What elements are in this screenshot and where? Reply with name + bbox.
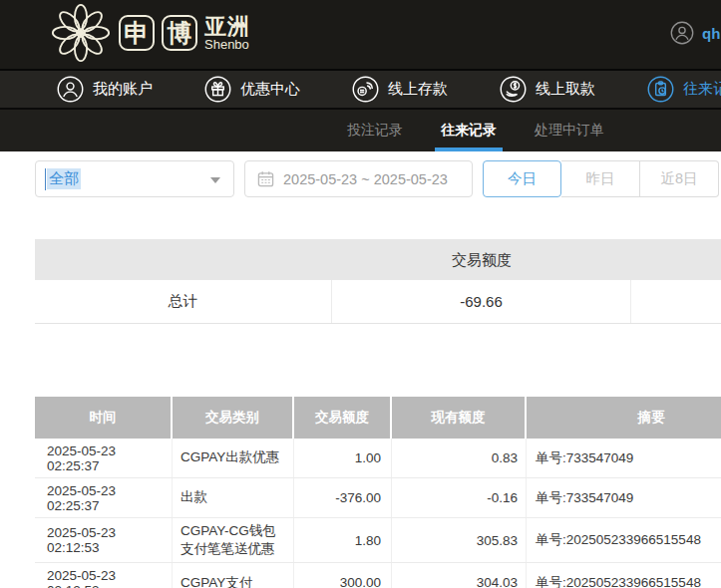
summary-col-header: 交易额度	[332, 239, 631, 280]
summary-table: 交易额度 总计 -69.66	[35, 239, 721, 324]
col-header-amount: 交易额度	[294, 397, 392, 439]
summary-header-row: 交易额度	[35, 239, 721, 280]
yesterday-button[interactable]: 昨日	[561, 160, 640, 197]
cell-type: CGPAY支付	[173, 563, 294, 588]
nav-item-online-deposit[interactable]: 线上存款	[352, 76, 448, 103]
date-range-input[interactable]: 2025-05-23 ~ 2025-05-23	[244, 160, 473, 197]
cell-type: CGPAY出款优惠	[173, 439, 294, 477]
table-row: 2025-05-23 02:12:53 CGPAY-CG钱包支付笔笔送优惠 1.…	[35, 518, 721, 563]
col-header-type: 交易类别	[173, 397, 294, 439]
nav-item-promotions[interactable]: 优惠中心	[204, 76, 300, 103]
username: qh	[702, 25, 720, 42]
quick-date-button-group: 今日 昨日 近8日	[483, 160, 719, 197]
transactions-table: 时间 交易类别 交易额度 现有额度 摘要 2025-05-23 02:25:37…	[35, 397, 721, 588]
text-cursor	[45, 168, 46, 190]
logo-subtitle: Shenbo	[204, 38, 250, 52]
last-8-days-button[interactable]: 近8日	[640, 160, 719, 197]
cell-time: 2025-05-23 02:25:37	[35, 478, 173, 517]
today-button[interactable]: 今日	[483, 160, 561, 197]
cell-amount: 1.80	[294, 518, 392, 562]
cell-type: CGPAY-CG钱包支付笔笔送优惠	[173, 518, 294, 562]
nav-item-my-account[interactable]: 我的账户	[57, 76, 153, 103]
summary-total-value: -69.66	[332, 280, 631, 323]
col-header-time: 时间	[35, 397, 173, 439]
category-select[interactable]: 全部	[35, 160, 234, 197]
logo-region-zh: 亚洲	[204, 15, 250, 38]
site-header: 申 博 亚洲 Shenbo qh	[0, 0, 721, 69]
calendar-icon	[257, 170, 274, 187]
tab-betting-records[interactable]: 投注记录	[341, 110, 409, 151]
summary-total-row: 总计 -69.66	[35, 280, 721, 324]
logo-char-box-1: 申	[119, 15, 155, 51]
nav-item-label: 往来记录	[683, 80, 721, 99]
category-selected-value: 全部	[47, 168, 81, 189]
nav-item-online-withdraw[interactable]: 线上取款	[500, 76, 595, 103]
avatar-icon	[670, 21, 694, 45]
cell-type: 出款	[173, 478, 294, 517]
summary-total-label: 总计	[35, 280, 332, 323]
cell-balance: 304.03	[392, 563, 527, 588]
site-logo[interactable]: 申 博 亚洲 Shenbo	[50, 3, 250, 63]
cell-balance: 0.83	[392, 439, 527, 477]
main-nav: 我的账户 优惠中心 线上存款	[0, 69, 721, 110]
account-chip[interactable]: qh	[670, 21, 720, 45]
user-circle-icon	[57, 76, 84, 103]
nav-item-transaction-records[interactable]: 往来记录	[647, 76, 721, 103]
cell-summary: 单号:733547049	[527, 439, 721, 477]
cell-amount: -376.00	[294, 478, 392, 517]
table-row: 2025-05-23 02:25:37 CGPAY出款优惠 1.00 0.83 …	[35, 439, 721, 478]
tab-label: 投注记录	[347, 122, 403, 140]
cell-summary: 单号:733547049	[527, 478, 721, 517]
nav-item-label: 线上存款	[388, 80, 448, 99]
cell-time: 2025-05-23 02:12:53	[35, 518, 173, 562]
chevron-down-icon	[210, 177, 220, 183]
cell-summary: 单号:202505233966515548	[527, 518, 721, 562]
gift-icon	[204, 76, 231, 103]
flower-logo-icon	[50, 3, 112, 63]
table-row: 2025-05-23 02:12:53 CGPAY支付 300.00 304.0…	[35, 563, 721, 588]
withdraw-coin-hand-icon	[500, 76, 527, 103]
deposit-coin-hand-icon	[352, 76, 379, 103]
nav-item-label: 我的账户	[93, 80, 153, 99]
col-header-balance: 现有额度	[392, 397, 527, 439]
cell-amount: 300.00	[294, 563, 392, 588]
cell-time: 2025-05-23 02:12:53	[35, 563, 173, 588]
cell-amount: 1.00	[294, 439, 392, 477]
logo-region-text: 亚洲 Shenbo	[204, 15, 250, 52]
col-header-summary: 摘要	[527, 397, 721, 439]
date-range-value: 2025-05-23 ~ 2025-05-23	[283, 171, 448, 187]
nav-item-label: 优惠中心	[240, 80, 300, 99]
sub-nav: 投注记录 往来记录 处理中订单	[0, 110, 721, 151]
logo-char-box-2: 博	[162, 15, 197, 51]
filter-bar: 全部 2025-05-23 ~ 2025-05-23 今日 昨日 近8日	[0, 160, 721, 198]
records-clipboard-icon	[647, 76, 674, 103]
tab-pending-orders[interactable]: 处理中订单	[529, 110, 610, 151]
table-header-row: 时间 交易类别 交易额度 现有额度 摘要	[35, 397, 721, 439]
cell-summary: 单号:202505233966515548	[527, 563, 721, 588]
tab-label: 往来记录	[441, 122, 497, 140]
cell-time: 2025-05-23 02:25:37	[35, 439, 173, 477]
table-row: 2025-05-23 02:25:37 出款 -376.00 -0.16 单号:…	[35, 478, 721, 518]
tab-transaction-records[interactable]: 往来记录	[435, 110, 503, 151]
cell-balance: -0.16	[392, 478, 527, 517]
cell-balance: 305.83	[392, 518, 527, 562]
nav-item-label: 线上取款	[536, 80, 595, 99]
summary-empty-cell	[631, 280, 721, 323]
tab-label: 处理中订单	[535, 122, 604, 140]
